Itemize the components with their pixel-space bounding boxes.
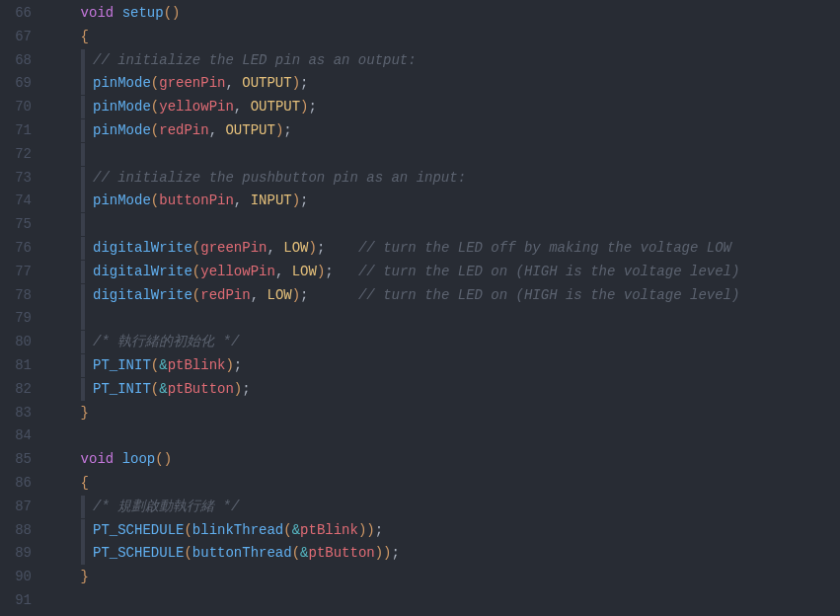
token: {: [81, 475, 89, 491]
code-line[interactable]: {: [47, 472, 840, 496]
code-line[interactable]: [47, 213, 840, 237]
line-number: 87: [0, 496, 32, 519]
token: &: [292, 522, 300, 538]
token: ,: [234, 99, 251, 115]
token: OUTPUT: [242, 75, 291, 91]
line-number: 66: [0, 2, 32, 26]
token: ;: [300, 287, 358, 303]
code-line[interactable]: /* 規劃啟動執行緒 */: [47, 496, 840, 519]
code-line[interactable]: pinMode(redPin, OUTPUT);: [47, 119, 840, 143]
code-line[interactable]: digitalWrite(redPin, LOW); // turn the L…: [47, 284, 840, 308]
token: digitalWrite: [93, 264, 192, 279]
token: buttonThread: [192, 545, 292, 561]
line-number: 89: [0, 542, 32, 566]
token: [47, 475, 81, 491]
token: ): [309, 240, 317, 256]
token: ;: [392, 545, 400, 561]
token: INPUT: [251, 192, 292, 208]
token: ;: [234, 357, 242, 373]
token: ptBlink: [168, 357, 226, 373]
token: (): [155, 451, 172, 467]
line-number: 91: [0, 589, 32, 613]
code-line[interactable]: [47, 143, 840, 167]
code-line[interactable]: digitalWrite(yellowPin, LOW); // turn th…: [47, 261, 840, 284]
token: [47, 29, 81, 44]
token: ;: [325, 264, 358, 279]
code-line[interactable]: {: [47, 26, 840, 49]
code-area[interactable]: void setup() { // initialize the LED pin…: [47, 0, 840, 616]
token: // initialize the pushbutton pin as an i…: [93, 170, 466, 186]
code-line[interactable]: PT_INIT(&ptBlink);: [47, 354, 840, 378]
token: PT_INIT: [93, 381, 151, 397]
line-number: 69: [0, 72, 32, 96]
token: digitalWrite: [93, 287, 192, 303]
code-line[interactable]: }: [47, 402, 840, 425]
code-line[interactable]: PT_SCHEDULE(blinkThread(&ptBlink));: [47, 519, 840, 543]
token: LOW: [267, 287, 291, 303]
code-line[interactable]: }: [47, 566, 840, 589]
token: (: [192, 287, 200, 303]
token: ;: [283, 122, 291, 138]
token: yellowPin: [200, 264, 275, 279]
token: ;: [300, 75, 308, 91]
code-line[interactable]: pinMode(greenPin, OUTPUT);: [47, 72, 840, 96]
token: (: [184, 545, 191, 561]
token: redPin: [159, 122, 208, 138]
token: ): [292, 287, 300, 303]
line-number: 74: [0, 190, 32, 213]
token: loop: [122, 451, 156, 467]
token: ): [292, 192, 300, 208]
token: pinMode: [93, 99, 151, 115]
token: // turn the LED on (HIGH is the voltage …: [358, 264, 739, 279]
line-number: 67: [0, 26, 32, 49]
code-line[interactable]: digitalWrite(greenPin, LOW); // turn the…: [47, 237, 840, 261]
line-number: 79: [0, 307, 32, 331]
code-line[interactable]: [47, 307, 840, 331]
token: (: [292, 545, 300, 561]
token: ,: [275, 264, 292, 279]
code-line[interactable]: pinMode(buttonPin, INPUT);: [47, 190, 840, 213]
token: ): [225, 357, 233, 373]
token: [114, 451, 121, 467]
line-number: 70: [0, 96, 32, 119]
token: &: [159, 357, 167, 373]
token: LOW: [292, 264, 317, 279]
line-number: 77: [0, 261, 32, 284]
code-line[interactable]: [47, 589, 840, 613]
code-line[interactable]: void setup(): [47, 2, 840, 26]
token: (: [151, 75, 159, 91]
line-number: 68: [0, 49, 32, 73]
line-number: 71: [0, 119, 32, 143]
code-line[interactable]: PT_SCHEDULE(buttonThread(&ptButton));: [47, 542, 840, 566]
token: [47, 451, 81, 467]
token: ;: [242, 381, 250, 397]
token: void: [81, 5, 115, 21]
code-editor[interactable]: 6667686970717273747576777879808182838485…: [0, 0, 840, 616]
code-line[interactable]: PT_INIT(&ptButton);: [47, 378, 840, 402]
code-line[interactable]: // initialize the pushbutton pin as an i…: [47, 167, 840, 191]
code-line[interactable]: pinMode(yellowPin, OUTPUT);: [47, 96, 840, 119]
token: (: [192, 240, 200, 256]
token: PT_SCHEDULE: [93, 545, 184, 561]
token: (: [283, 522, 291, 538]
token: ,: [234, 192, 251, 208]
line-number: 85: [0, 448, 32, 472]
code-line[interactable]: void loop(): [47, 448, 840, 472]
token: ;: [375, 522, 383, 538]
token: pinMode: [93, 122, 151, 138]
token: (: [151, 99, 159, 115]
line-number: 81: [0, 354, 32, 378]
token: // initialize the LED pin as an output:: [93, 52, 417, 68]
line-number: 88: [0, 519, 32, 543]
code-line[interactable]: [47, 424, 840, 448]
token: pinMode: [93, 75, 151, 91]
line-number: 80: [0, 331, 32, 354]
token: ;: [317, 240, 358, 256]
token: (: [192, 264, 200, 279]
code-line[interactable]: // initialize the LED pin as an output:: [47, 49, 840, 73]
token: (: [151, 192, 159, 208]
code-line[interactable]: /* 執行緒的初始化 */: [47, 331, 840, 354]
token: ,: [251, 287, 267, 303]
line-number: 84: [0, 424, 32, 448]
token: buttonPin: [159, 192, 234, 208]
